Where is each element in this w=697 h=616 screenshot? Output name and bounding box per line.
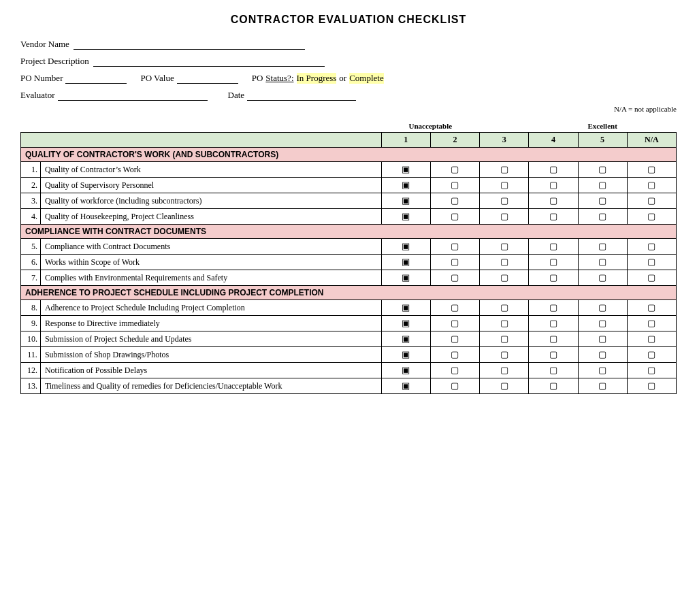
radio-col-3[interactable]: ▢ (480, 270, 529, 286)
radio-col-5[interactable]: ▢ (578, 347, 627, 363)
radio-col-6[interactable]: ▢ (627, 378, 676, 394)
radio-col-2[interactable]: ▢ (430, 316, 479, 331)
row-number: 8. (21, 300, 41, 316)
radio-col-5[interactable]: ▢ (578, 209, 627, 225)
radio-col-4[interactable]: ▢ (529, 331, 578, 347)
radio-col-5[interactable]: ▢ (578, 331, 627, 347)
radio-col-5[interactable]: ▢ (578, 316, 627, 331)
radio-col-5[interactable]: ▢ (578, 363, 627, 378)
table-row: 3.Quality of workforce (including subcon… (21, 193, 677, 209)
radio-col-3[interactable]: ▢ (480, 239, 529, 255)
radio-col-5[interactable]: ▢ (578, 270, 627, 286)
radio-col-3[interactable]: ▢ (480, 178, 529, 193)
radio-col-1[interactable]: ▣ (381, 347, 430, 363)
radio-col-1[interactable]: ▣ (381, 363, 430, 378)
radio-col-6[interactable]: ▢ (627, 193, 676, 209)
radio-col-6[interactable]: ▢ (627, 239, 676, 255)
radio-col-1[interactable]: ▣ (381, 378, 430, 394)
radio-col-4[interactable]: ▢ (529, 178, 578, 193)
radio-col-4[interactable]: ▢ (529, 316, 578, 331)
radio-col-5[interactable]: ▢ (578, 162, 627, 178)
radio-col-5[interactable]: ▢ (578, 300, 627, 316)
col-header-5: 5 (578, 133, 627, 148)
radio-col-1[interactable]: ▣ (381, 331, 430, 347)
section-header-quality: QUALITY OF CONTRACTOR'S WORK (AND SUBCON… (21, 148, 677, 162)
po-number-field[interactable] (65, 72, 127, 84)
radio-col-4[interactable]: ▢ (529, 270, 578, 286)
radio-col-3[interactable]: ▢ (480, 255, 529, 270)
radio-col-1[interactable]: ▣ (381, 270, 430, 286)
radio-col-2[interactable]: ▢ (430, 193, 479, 209)
radio-col-4[interactable]: ▢ (529, 162, 578, 178)
radio-col-3[interactable]: ▢ (480, 347, 529, 363)
radio-col-5[interactable]: ▢ (578, 378, 627, 394)
col-header-3: 3 (480, 133, 529, 148)
row-label: Timeliness and Quality of remedies for D… (40, 378, 381, 394)
radio-col-5[interactable]: ▢ (578, 239, 627, 255)
radio-col-5[interactable]: ▢ (578, 193, 627, 209)
radio-col-5[interactable]: ▢ (578, 178, 627, 193)
radio-col-4[interactable]: ▢ (529, 363, 578, 378)
po-status-label: PO (252, 73, 263, 84)
radio-col-6[interactable]: ▢ (627, 347, 676, 363)
radio-col-2[interactable]: ▢ (430, 178, 479, 193)
radio-col-6[interactable]: ▢ (627, 363, 676, 378)
radio-col-1[interactable]: ▣ (381, 300, 430, 316)
radio-col-3[interactable]: ▢ (480, 162, 529, 178)
na-note: N/A = not applicable (20, 105, 677, 113)
radio-col-1[interactable]: ▣ (381, 178, 430, 193)
radio-col-2[interactable]: ▢ (430, 255, 479, 270)
radio-col-1[interactable]: ▣ (381, 255, 430, 270)
radio-col-4[interactable]: ▢ (529, 300, 578, 316)
radio-col-5[interactable]: ▢ (578, 255, 627, 270)
radio-col-1[interactable]: ▣ (381, 316, 430, 331)
radio-col-4[interactable]: ▢ (529, 209, 578, 225)
row-number: 10. (21, 331, 41, 347)
radio-col-6[interactable]: ▢ (627, 300, 676, 316)
radio-col-2[interactable]: ▢ (430, 300, 479, 316)
radio-col-2[interactable]: ▢ (430, 347, 479, 363)
radio-col-4[interactable]: ▢ (529, 239, 578, 255)
radio-col-4[interactable]: ▢ (529, 347, 578, 363)
radio-col-1[interactable]: ▣ (381, 162, 430, 178)
row-number: 11. (21, 347, 41, 363)
radio-col-3[interactable]: ▢ (480, 300, 529, 316)
radio-col-2[interactable]: ▢ (430, 239, 479, 255)
table-row: 7.Complies with Environmental Requiremen… (21, 270, 677, 286)
evaluator-field[interactable] (58, 89, 208, 101)
radio-col-2[interactable]: ▢ (430, 162, 479, 178)
radio-col-1[interactable]: ▣ (381, 209, 430, 225)
radio-col-2[interactable]: ▢ (430, 378, 479, 394)
radio-col-4[interactable]: ▢ (529, 255, 578, 270)
radio-col-6[interactable]: ▢ (627, 270, 676, 286)
radio-col-2[interactable]: ▢ (430, 363, 479, 378)
radio-col-6[interactable]: ▢ (627, 178, 676, 193)
radio-col-3[interactable]: ▢ (480, 378, 529, 394)
date-field[interactable] (247, 89, 356, 101)
radio-col-2[interactable]: ▢ (430, 331, 479, 347)
table-row: 5.Compliance with Contract Documents▣▢▢▢… (21, 239, 677, 255)
radio-col-3[interactable]: ▢ (480, 316, 529, 331)
radio-col-2[interactable]: ▢ (430, 209, 479, 225)
radio-col-3[interactable]: ▢ (480, 193, 529, 209)
project-desc-field[interactable] (93, 55, 325, 67)
radio-col-6[interactable]: ▢ (627, 331, 676, 347)
radio-col-2[interactable]: ▢ (430, 270, 479, 286)
radio-col-1[interactable]: ▣ (381, 193, 430, 209)
radio-col-6[interactable]: ▢ (627, 209, 676, 225)
radio-col-4[interactable]: ▢ (529, 193, 578, 209)
radio-col-4[interactable]: ▢ (529, 378, 578, 394)
radio-col-6[interactable]: ▢ (627, 162, 676, 178)
radio-col-6[interactable]: ▢ (627, 255, 676, 270)
po-value-field[interactable] (177, 72, 238, 84)
radio-col-3[interactable]: ▢ (480, 363, 529, 378)
po-status-progress: In Progress (297, 73, 337, 84)
vendor-name-field[interactable] (74, 38, 305, 50)
radio-col-3[interactable]: ▢ (480, 209, 529, 225)
radio-col-3[interactable]: ▢ (480, 331, 529, 347)
row-number: 3. (21, 193, 41, 209)
radio-col-6[interactable]: ▢ (627, 316, 676, 331)
evaluator-label: Evaluator (20, 90, 55, 101)
row-number: 6. (21, 255, 41, 270)
radio-col-1[interactable]: ▣ (381, 239, 430, 255)
